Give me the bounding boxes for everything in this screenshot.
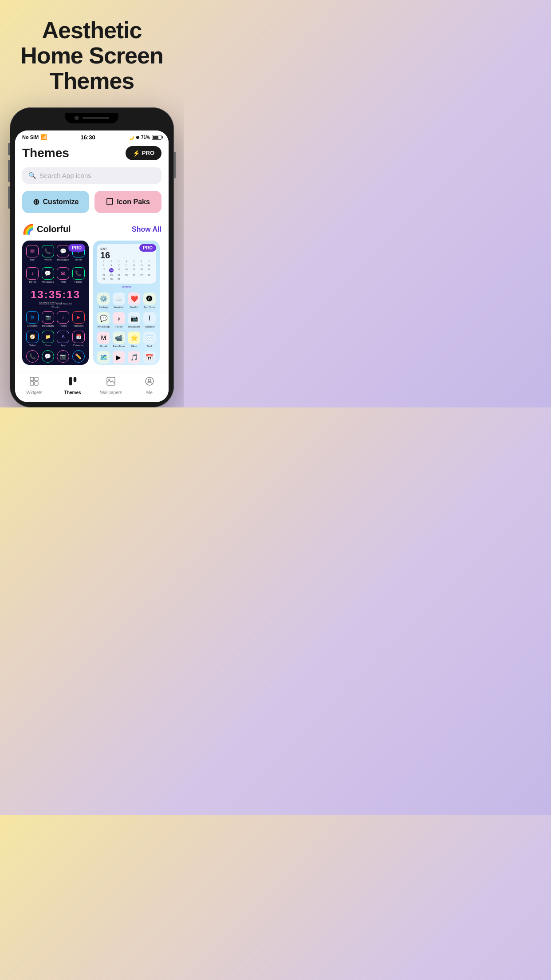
status-bar-time: 16:30 bbox=[81, 134, 95, 141]
lock-icon: ⊕ bbox=[136, 135, 139, 140]
light-icons-row4: 🗺️ Maps ▶ YouTube 🎵 Music 📅 bbox=[93, 349, 160, 365]
status-bar-left: No SIM 📶 bbox=[22, 134, 47, 140]
light-icon-mail: ✉️ Mail bbox=[143, 332, 157, 348]
dark-youtube-label: YouTube bbox=[73, 324, 84, 327]
nav-themes[interactable]: Themes bbox=[54, 376, 92, 395]
battery-icon bbox=[152, 135, 161, 140]
light-wowkit-label: WowKit bbox=[97, 285, 156, 288]
widgets-label: Widgets bbox=[26, 390, 42, 395]
dark-safari-label: Safari bbox=[29, 344, 36, 347]
lightning-icon: ⚡ bbox=[133, 150, 140, 157]
light-icon-whatsapp: 💬 WhatsApp bbox=[97, 312, 110, 328]
light-icons-row3: M Gmail 📹 FaceTime ⭐ Files ✉️ bbox=[93, 330, 160, 349]
me-icon bbox=[144, 376, 155, 389]
dark-theme-card[interactable]: PRO ✉ Mail 📞 Phone 💬 bbox=[22, 241, 89, 365]
pro-button-label: PRO bbox=[142, 150, 154, 156]
light-instagram-icon: 📷 bbox=[128, 312, 140, 324]
light-files-icon: ⭐ bbox=[128, 332, 140, 344]
nav-widgets[interactable]: Widgets bbox=[15, 376, 54, 395]
themes-label: Themes bbox=[64, 390, 81, 395]
dark-card-bottom-icons: in LinkedIn 📷 Instagram ♪ TikTok ▶ bbox=[22, 309, 89, 329]
nav-me[interactable]: Me bbox=[130, 376, 169, 395]
dark-icon-linkedin: in LinkedIn bbox=[26, 311, 39, 327]
light-mail-icon: ✉️ bbox=[143, 332, 156, 344]
dark-icon-mail: ✉ Mail bbox=[26, 245, 39, 261]
me-label: Me bbox=[146, 390, 153, 395]
light-icons-row1: ⚙️ Settings ☁️ Weather ❤️ Health 🅐 bbox=[93, 291, 160, 310]
dark-card-row2: 🧭 Safari 📁 Store A App 📅 bbox=[22, 329, 89, 348]
dark-icon-messages-mid: 💬 Messages bbox=[41, 267, 55, 283]
dark-icon-phone-mid: 📞 Phone bbox=[72, 267, 86, 283]
dark-card-mid-icons: ♪ TikTok 💬 Messages ✉ Mail 📞 bbox=[22, 263, 89, 285]
dark-phone-label: Phone bbox=[44, 258, 51, 261]
light-card-pro-badge: PRO bbox=[139, 244, 156, 252]
customize-label: Customize bbox=[43, 198, 79, 206]
light-icon-maps: 🗺️ Maps bbox=[97, 351, 110, 365]
dark-messages-mid-icon: 💬 bbox=[42, 267, 54, 280]
show-all-button[interactable]: Show All bbox=[132, 225, 161, 233]
nav-wallpapers[interactable]: Wallpapers bbox=[92, 376, 130, 395]
light-icon-facetime: 📹 FaceTime bbox=[112, 332, 126, 348]
dark-icon-tiktok-mid: ♪ TikTok bbox=[26, 267, 39, 283]
light-icon-gmail: M Gmail bbox=[97, 332, 110, 348]
status-bar-right: 🌙 ⊕ 71% bbox=[129, 135, 161, 140]
dark-messages-icon: 💬 bbox=[57, 245, 69, 257]
status-bar: No SIM 📶 16:30 🌙 ⊕ 71% bbox=[15, 130, 169, 142]
svg-rect-5 bbox=[74, 377, 76, 382]
light-youtube-label: YouTube bbox=[114, 364, 124, 365]
light-icon-music: 🎵 Music bbox=[127, 351, 141, 365]
battery-percent: 71% bbox=[141, 135, 150, 140]
dark-tiktok-bot-label: TikTok bbox=[59, 324, 67, 327]
dark-icon-safari: 🧭 Safari bbox=[26, 331, 39, 347]
light-whatsapp-icon: 💬 bbox=[97, 312, 110, 324]
dark-app-icon: A bbox=[57, 331, 69, 343]
light-icon-youtube: ▶ YouTube bbox=[112, 351, 126, 365]
svg-point-9 bbox=[148, 379, 151, 382]
svg-rect-0 bbox=[30, 377, 34, 381]
dark-tiktok-bot-icon: ♪ bbox=[57, 311, 69, 324]
phone-notch-area bbox=[15, 113, 169, 130]
light-weather-icon: ☁️ bbox=[113, 292, 125, 305]
light-youtube-icon: ▶ bbox=[113, 351, 125, 364]
rainbow-icon: 🌈 bbox=[22, 224, 34, 235]
light-calendar-grid: 1234567 891011121314 15161718192021 2223… bbox=[100, 260, 153, 281]
dark-icon-store: 📁 Store bbox=[41, 331, 55, 347]
icon-paks-button[interactable]: ❐ Icon Paks bbox=[94, 191, 161, 213]
search-icon: 🔍 bbox=[28, 172, 36, 179]
phone-notch bbox=[65, 113, 118, 123]
wallpapers-icon bbox=[106, 376, 116, 389]
dark-store-icon: 📁 bbox=[42, 331, 54, 343]
svg-rect-4 bbox=[69, 377, 72, 385]
widgets-icon bbox=[29, 376, 39, 389]
customize-button[interactable]: ⊕ Customize bbox=[22, 191, 89, 213]
volume-up-button bbox=[8, 160, 10, 182]
light-music-icon: 🎵 bbox=[128, 351, 140, 364]
light-icon-calendar: 📅 Calendar bbox=[143, 351, 157, 365]
light-icon-health: ❤️ Health bbox=[127, 292, 141, 308]
dark-calendar-icon: 📅 bbox=[72, 331, 85, 343]
wifi-icon: 📶 bbox=[40, 134, 47, 140]
bottom-navigation: Widgets Themes bbox=[15, 372, 169, 402]
page-title: Aesthetic Home Screen Themes bbox=[0, 13, 184, 107]
light-theme-card[interactable]: PRO SAT 16 MARCH 1 bbox=[93, 241, 160, 365]
wallpapers-label: Wallpapers bbox=[100, 390, 122, 395]
light-icon-weather: ☁️ Weather bbox=[112, 292, 126, 308]
carrier-label: No SIM bbox=[22, 134, 39, 140]
dark-icon-instagram: 📷 Instagram bbox=[41, 311, 55, 327]
icon-paks-icon: ❐ bbox=[106, 197, 113, 207]
dark-icon-phone: 📞 Phone bbox=[41, 245, 55, 261]
pro-upgrade-button[interactable]: ⚡ PRO bbox=[126, 146, 161, 160]
moon-icon: 🌙 bbox=[129, 135, 134, 140]
search-bar[interactable]: 🔍 Search App icons bbox=[22, 167, 161, 184]
dark-tiktok-mid-icon: ♪ bbox=[26, 267, 39, 280]
phone-side-buttons-left bbox=[8, 143, 10, 209]
dark-phone-mid-icon: 📞 bbox=[72, 267, 85, 280]
dark-dock-phone: 📞 bbox=[26, 350, 39, 363]
dark-card-date: 02/05/2022 Wednesday bbox=[22, 302, 89, 305]
dark-store-label: Store bbox=[45, 344, 51, 347]
section-title-text: Colorful bbox=[37, 224, 71, 234]
app-header: Themes ⚡ PRO bbox=[15, 142, 169, 166]
app-title: Themes bbox=[22, 146, 69, 160]
icon-paks-label: Icon Paks bbox=[117, 198, 150, 206]
section-title: 🌈 Colorful bbox=[22, 224, 71, 235]
